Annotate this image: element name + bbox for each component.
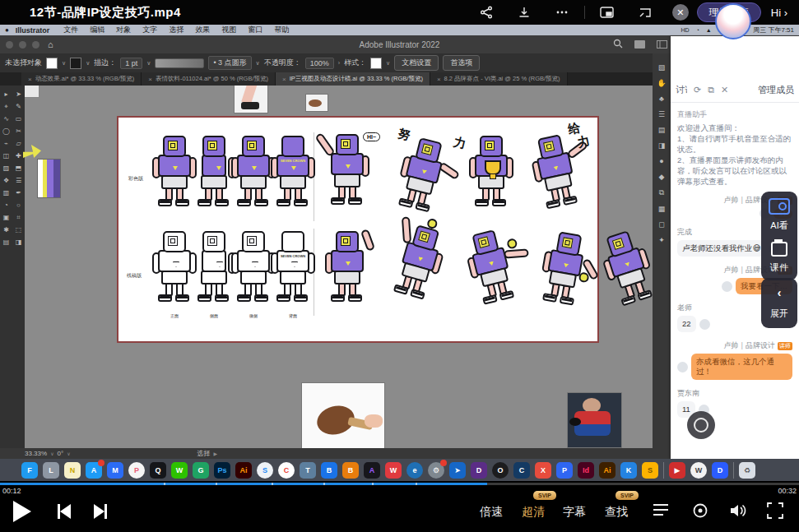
reference-photo-player[interactable] <box>568 393 621 447</box>
panel-icon-3[interactable]: ☰ <box>658 110 665 118</box>
dock-icon-app-store[interactable]: A <box>86 462 102 479</box>
dock-icon-notes[interactable]: N <box>64 462 81 479</box>
character-wave[interactable]: HI~ <box>328 134 366 216</box>
illustrator-canvas[interactable]: 彩色版 线稿版 SEVEN CROWNHI~努力给力正面侧面微侧SEVEN CR… <box>25 86 653 448</box>
color-palette-thumbnail[interactable] <box>37 159 61 198</box>
stroke-swatch[interactable] <box>70 58 81 69</box>
dock-icon-sketch[interactable]: S <box>642 462 658 479</box>
dock-icon-launchpad[interactable]: L <box>43 462 59 479</box>
tool-21[interactable]: ⌗ <box>12 211 25 224</box>
tool-11[interactable]: ✚ <box>12 150 25 162</box>
tool-24[interactable]: ▤ <box>0 236 12 248</box>
character-serve[interactable] <box>388 223 447 312</box>
dock-icon-cinema4d[interactable]: C <box>513 462 530 479</box>
menu-0[interactable]: 文件 <box>63 25 78 35</box>
close-video-icon[interactable]: ✕ <box>672 4 689 21</box>
character-front[interactable] <box>472 136 510 218</box>
dock-icon-bilibili[interactable]: B <box>321 462 337 479</box>
speed-button[interactable]: 倍速 <box>480 505 503 520</box>
expand-label[interactable]: 展开 <box>770 308 788 320</box>
panel-icon-10[interactable]: ◻ <box>658 220 664 229</box>
tool-0[interactable]: ▸ <box>0 88 12 100</box>
tab-manage-members[interactable]: 管理成员 <box>758 84 794 96</box>
dock-icon-docs-blue[interactable]: D <box>712 462 728 479</box>
reference-photo-hand-paddle[interactable] <box>306 95 327 111</box>
tab-discussion[interactable]: 讨论区 <box>676 84 687 96</box>
tool-13[interactable]: ⬒ <box>12 162 25 174</box>
dock-icon-keynote[interactable]: K <box>620 462 637 479</box>
pip-icon[interactable] <box>598 3 616 21</box>
character-back-line[interactable]: SEVEN CROWN背面 <box>274 231 312 313</box>
share-icon[interactable] <box>477 3 495 21</box>
workspace-icon[interactable] <box>634 37 645 52</box>
menubar-status-icon-0[interactable]: HD <box>681 27 690 33</box>
tool-2[interactable]: ⌖ <box>0 100 12 113</box>
menu-1[interactable]: 编辑 <box>90 25 105 35</box>
reference-photo-paddle[interactable] <box>302 383 384 448</box>
panel-layout-icon[interactable] <box>657 37 667 52</box>
cast-icon[interactable] <box>636 3 654 21</box>
panel-icon-6[interactable]: ● <box>659 157 663 165</box>
tool-25[interactable]: ◨ <box>12 236 25 248</box>
character-swing[interactable] <box>465 228 522 317</box>
dock-icon-settings[interactable]: ⚙ <box>428 462 444 479</box>
dock-icon-safari[interactable]: S <box>257 462 273 479</box>
tool-23[interactable]: ⬚ <box>12 224 25 236</box>
courseware-icon[interactable] <box>771 242 787 257</box>
dock-icon-affinity[interactable]: A <box>364 462 380 479</box>
character-front[interactable] <box>235 136 272 218</box>
character-lean-l[interactable]: 给力 <box>530 132 584 220</box>
character-front[interactable] <box>156 136 193 218</box>
dock-icon-green-app[interactable]: G <box>193 462 209 479</box>
reference-photo-leg[interactable] <box>235 86 267 113</box>
tool-7[interactable]: ✂ <box>12 125 25 137</box>
panel-icon-8[interactable]: ⧉ <box>659 188 664 197</box>
popout-icon[interactable]: ⧉ <box>708 85 714 95</box>
tool-16[interactable]: ▥ <box>0 187 12 199</box>
fill-swatch[interactable] <box>46 58 58 69</box>
dock-icon-xmind[interactable]: X <box>535 462 551 479</box>
character-side[interactable] <box>195 136 233 218</box>
menubar-app-name[interactable]: Illustrator <box>16 26 50 35</box>
dock-icon-qq[interactable]: Q <box>150 462 166 479</box>
dock-icon-illustrator-2[interactable]: Ai <box>599 462 616 479</box>
menu-7[interactable]: 窗口 <box>248 25 262 35</box>
brush-select[interactable]: • 3 点圆形 <box>208 56 251 70</box>
tool-20[interactable]: ▣ <box>0 211 12 224</box>
previous-button[interactable] <box>58 504 71 519</box>
dock-icon-aperture[interactable]: O <box>492 462 509 479</box>
dock-icon-wechat[interactable]: W <box>171 462 188 479</box>
dock-icon-illustrator[interactable]: Ai <box>235 462 252 479</box>
dock-icon-meeting[interactable]: M <box>107 462 123 479</box>
ai-camera-icon[interactable] <box>769 198 790 215</box>
character-front-line[interactable]: 正面 <box>156 231 193 313</box>
variable-width-profile[interactable] <box>155 58 204 68</box>
document-tab-0[interactable]: ×动态效果.ai* @ 33.33 % (RGB/预览) <box>21 72 142 86</box>
tool-22[interactable]: ✱ <box>0 224 12 236</box>
menu-3[interactable]: 文字 <box>142 25 157 35</box>
chevron-left-icon[interactable]: ‹ <box>778 286 782 299</box>
character-side-line[interactable]: 侧面 <box>195 231 233 313</box>
artboard[interactable]: 彩色版 线稿版 SEVEN CROWNHI~努力给力正面侧面微侧SEVEN CR… <box>117 116 599 343</box>
stroke-weight-input[interactable]: 1 pt <box>120 58 142 69</box>
character-back[interactable]: SEVEN CROWN <box>274 136 312 218</box>
style-swatch[interactable] <box>370 58 382 69</box>
panel-icon-5[interactable]: ◨ <box>658 141 666 150</box>
panel-icon-9[interactable]: ▦ <box>658 205 666 213</box>
menu-4[interactable]: 选择 <box>169 25 183 35</box>
panel-icon-0[interactable]: ▧ <box>658 63 666 72</box>
dock-icon-player-red[interactable]: ▶ <box>669 462 685 479</box>
document-tab-3[interactable]: ×8.2 品牌赛点 - VI类.ai @ 25 % (RGB/预览) <box>430 72 568 86</box>
dock-icon-chrome[interactable]: C <box>278 462 295 479</box>
tool-4[interactable]: ∿ <box>0 113 12 125</box>
reference-photo-small[interactable] <box>25 86 39 97</box>
dock-icon-thunder[interactable]: T <box>300 462 316 479</box>
floating-widget[interactable] <box>687 411 715 439</box>
tab-close-icon[interactable]: × <box>282 76 286 83</box>
progress-bar[interactable] <box>0 483 799 485</box>
dock-icon-trash[interactable]: ♻ <box>739 462 755 479</box>
tool-19[interactable]: ○ <box>12 199 25 211</box>
dock-icon-circle-w[interactable]: W <box>690 462 707 479</box>
next-button[interactable] <box>94 504 107 519</box>
panel-icon-4[interactable]: ▤ <box>658 126 666 134</box>
